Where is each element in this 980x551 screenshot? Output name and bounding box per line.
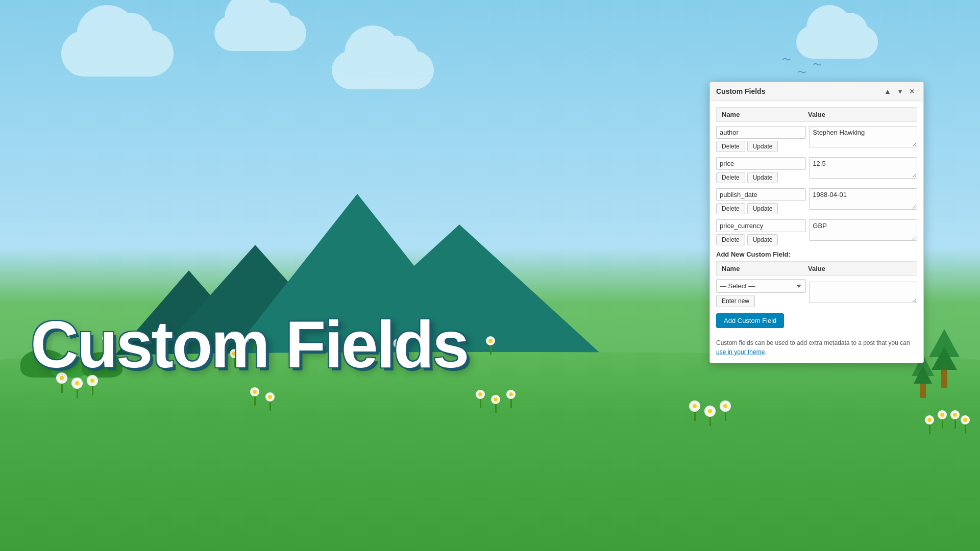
bird-3: 〜 bbox=[782, 54, 791, 66]
flower-20 bbox=[950, 410, 960, 429]
field-value-col-0: Stephen Hawking bbox=[809, 126, 917, 149]
field-row-1: Delete Update 12.5 bbox=[716, 157, 917, 183]
field-buttons-1: Delete Update bbox=[716, 172, 806, 183]
field-row-2: Delete Update 1988-04-01 bbox=[716, 188, 917, 214]
cloud-4 bbox=[796, 26, 878, 59]
flower-21 bbox=[961, 415, 970, 434]
field-name-input-1[interactable] bbox=[716, 157, 806, 170]
close-panel-button[interactable]: ✕ bbox=[907, 86, 917, 96]
field-value-textarea-1[interactable]: 12.5 bbox=[809, 157, 917, 179]
delete-button-2[interactable]: Delete bbox=[716, 203, 745, 214]
field-name-input-3[interactable] bbox=[716, 219, 806, 232]
add-button-row: Add Custom Field bbox=[716, 311, 917, 328]
cloud-3 bbox=[332, 51, 434, 89]
flower-22 bbox=[938, 410, 947, 429]
flower-19 bbox=[720, 400, 731, 421]
update-button-1[interactable]: Update bbox=[747, 172, 778, 183]
field-name-col-0: Delete Update bbox=[716, 126, 806, 152]
flower-14 bbox=[476, 390, 485, 408]
enter-new-button[interactable]: Enter new bbox=[716, 295, 755, 307]
panel-title: Custom Fields bbox=[716, 87, 765, 95]
cloud-1 bbox=[61, 31, 174, 77]
flower-7 bbox=[486, 336, 495, 355]
flower-17 bbox=[689, 400, 700, 421]
field-value-textarea-2[interactable]: 1988-04-01 bbox=[809, 188, 917, 210]
field-name-input-2[interactable] bbox=[716, 188, 806, 201]
field-name-input-0[interactable] bbox=[716, 126, 806, 139]
add-new-table-header: Name Value bbox=[716, 261, 917, 276]
custom-fields-panel: Custom Fields ▲ ▾ ✕ Name Value Delete Up… bbox=[709, 82, 924, 363]
add-new-label: Add New Custom Field: bbox=[716, 251, 917, 258]
flower-23 bbox=[925, 415, 934, 434]
field-value-col-2: 1988-04-01 bbox=[809, 188, 917, 211]
flower-15 bbox=[491, 395, 500, 413]
field-value-textarea-3[interactable]: GBP bbox=[809, 219, 917, 241]
add-custom-field-button[interactable]: Add Custom Field bbox=[716, 313, 784, 328]
field-row-0: Delete Update Stephen Hawking bbox=[716, 126, 917, 152]
add-name-col: — Select —authorpriceprice_currencypubli… bbox=[716, 279, 806, 307]
field-name-col-1: Delete Update bbox=[716, 157, 806, 183]
panel-body: Name Value Delete Update Stephen Hawking… bbox=[710, 101, 923, 334]
cloud-2 bbox=[214, 15, 306, 51]
field-value-col-3: GBP bbox=[809, 219, 917, 242]
field-name-select[interactable]: — Select —authorpriceprice_currencypubli… bbox=[716, 279, 806, 293]
update-button-0[interactable]: Update bbox=[747, 141, 778, 152]
field-name-col-3: Delete Update bbox=[716, 219, 806, 245]
field-buttons-3: Delete Update bbox=[716, 234, 806, 245]
add-value-col bbox=[809, 282, 917, 305]
bird-2: 〜 bbox=[813, 59, 822, 71]
panel-controls: ▲ ▾ ✕ bbox=[883, 86, 917, 96]
add-value-col-header: Value bbox=[808, 265, 912, 272]
delete-button-1[interactable]: Delete bbox=[716, 172, 745, 183]
bird-1: 〜 bbox=[797, 66, 806, 79]
flower-12 bbox=[250, 387, 259, 406]
collapse-up-button[interactable]: ▲ bbox=[883, 86, 893, 96]
field-value-textarea-0[interactable]: Stephen Hawking bbox=[809, 126, 917, 147]
new-field-value-input[interactable] bbox=[809, 282, 917, 303]
footer-text: Custom fields can be used to add extra m… bbox=[716, 339, 910, 346]
panel-titlebar: Custom Fields ▲ ▾ ✕ bbox=[710, 82, 923, 101]
update-button-3[interactable]: Update bbox=[747, 234, 778, 245]
add-new-row: — Select —authorpriceprice_currencypubli… bbox=[716, 279, 917, 307]
field-buttons-0: Delete Update bbox=[716, 141, 806, 152]
panel-footer: Custom fields can be used to add extra m… bbox=[710, 334, 923, 363]
field-row-3: Delete Update GBP bbox=[716, 219, 917, 245]
add-name-col-header: Name bbox=[722, 265, 808, 272]
field-name-col-2: Delete Update bbox=[716, 188, 806, 214]
fields-table-header: Name Value bbox=[716, 107, 917, 122]
fields-container: Delete Update Stephen Hawking Delete Upd… bbox=[716, 126, 917, 245]
field-buttons-2: Delete Update bbox=[716, 203, 806, 214]
update-button-2[interactable]: Update bbox=[747, 203, 778, 214]
ground bbox=[0, 352, 980, 551]
collapse-down-button[interactable]: ▾ bbox=[895, 86, 905, 96]
flower-16 bbox=[506, 390, 516, 408]
footer-link[interactable]: use in your theme bbox=[716, 348, 765, 356]
delete-button-3[interactable]: Delete bbox=[716, 234, 745, 245]
field-value-col-1: 12.5 bbox=[809, 157, 917, 180]
name-column-header: Name bbox=[722, 111, 808, 118]
delete-button-0[interactable]: Delete bbox=[716, 141, 745, 152]
flower-13 bbox=[265, 392, 275, 411]
page-hero-title: Custom Fields bbox=[31, 311, 468, 378]
flower-18 bbox=[704, 406, 716, 426]
value-column-header: Value bbox=[808, 111, 912, 118]
footer-end: . bbox=[765, 348, 766, 356]
